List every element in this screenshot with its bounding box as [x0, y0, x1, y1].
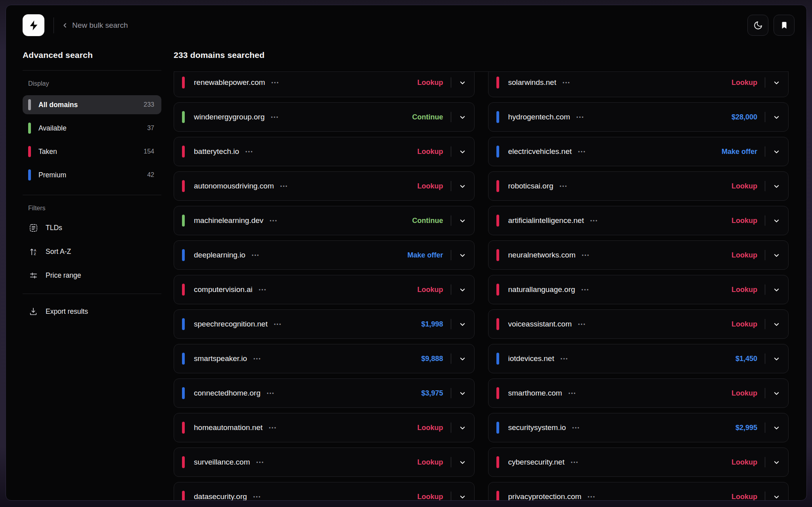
ellipsis-menu-icon[interactable]: ••• — [252, 253, 260, 258]
chevron-down-icon[interactable] — [773, 79, 780, 86]
status-action[interactable]: Lookup — [417, 424, 443, 432]
chevron-down-icon[interactable] — [459, 493, 466, 501]
status-action[interactable]: Continue — [412, 217, 443, 225]
ellipsis-menu-icon[interactable]: ••• — [569, 391, 576, 396]
status-action[interactable]: Lookup — [417, 458, 443, 467]
chevron-down-icon[interactable] — [459, 79, 466, 86]
status-action[interactable]: Lookup — [417, 493, 443, 501]
chevron-down-icon[interactable] — [459, 113, 466, 121]
chevron-down-icon[interactable] — [773, 286, 780, 294]
sidebar-item-premium[interactable]: Premium 42 — [23, 165, 161, 184]
chevron-down-icon[interactable] — [773, 355, 780, 363]
ellipsis-menu-icon[interactable]: ••• — [588, 494, 596, 500]
chevron-down-icon[interactable] — [773, 148, 780, 156]
chevron-down-icon[interactable] — [459, 390, 466, 397]
status-action[interactable]: Lookup — [732, 182, 757, 190]
status-action[interactable]: Lookup — [732, 286, 757, 294]
status-action[interactable]: $2,995 — [735, 424, 757, 432]
sidebar-item-all[interactable]: All domains 233 — [23, 95, 161, 114]
ellipsis-menu-icon[interactable]: ••• — [245, 149, 253, 155]
sidebar-filter-item[interactable]: TLDs — [28, 220, 161, 236]
domain-row[interactable]: smarthome.com ••• Lookup — [488, 378, 789, 408]
status-action[interactable]: $1,998 — [421, 320, 443, 328]
ellipsis-menu-icon[interactable]: ••• — [576, 115, 584, 120]
domain-row[interactable]: autonomousdriving.com ••• Lookup — [174, 171, 475, 201]
results-scroll-area[interactable]: renewablepower.com ••• Lookup windenergy… — [174, 71, 789, 501]
ellipsis-menu-icon[interactable]: ••• — [578, 149, 586, 155]
ellipsis-menu-icon[interactable]: ••• — [572, 425, 580, 431]
chevron-down-icon[interactable] — [773, 321, 780, 328]
ellipsis-menu-icon[interactable]: ••• — [270, 218, 278, 224]
ellipsis-menu-icon[interactable]: ••• — [274, 322, 282, 327]
chevron-down-icon[interactable] — [459, 355, 466, 363]
domain-row[interactable]: machinelearning.dev ••• Continue — [174, 206, 475, 235]
ellipsis-menu-icon[interactable]: ••• — [571, 460, 579, 465]
status-action[interactable]: Continue — [412, 113, 443, 121]
domain-row[interactable]: roboticsai.org ••• Lookup — [488, 171, 789, 201]
status-action[interactable]: $9,888 — [421, 355, 443, 363]
ellipsis-menu-icon[interactable]: ••• — [259, 287, 267, 293]
sidebar-item-available[interactable]: Available 37 — [23, 119, 161, 138]
ellipsis-menu-icon[interactable]: ••• — [560, 184, 568, 189]
domain-row[interactable]: speechrecognition.net ••• $1,998 — [174, 309, 475, 339]
chevron-down-icon[interactable] — [773, 424, 780, 432]
domain-row[interactable]: voiceassistant.com ••• Lookup — [488, 309, 789, 339]
status-action[interactable]: Lookup — [732, 458, 757, 467]
status-action[interactable]: $3,975 — [421, 389, 443, 398]
domain-row[interactable]: renewablepower.com ••• Lookup — [174, 71, 475, 97]
domain-row[interactable]: datasecurity.org ••• Lookup — [174, 482, 475, 501]
export-results-button[interactable]: Export results — [28, 303, 161, 319]
bookmarks-button[interactable] — [774, 15, 795, 36]
domain-row[interactable]: computervision.ai ••• Lookup — [174, 275, 475, 304]
ellipsis-menu-icon[interactable]: ••• — [271, 115, 279, 120]
domain-row[interactable]: artificialintelligence.net ••• Lookup — [488, 206, 789, 235]
status-action[interactable]: $1,450 — [735, 355, 757, 363]
chevron-down-icon[interactable] — [773, 182, 780, 190]
ellipsis-menu-icon[interactable]: ••• — [267, 391, 275, 396]
domain-row[interactable]: hydrogentech.com ••• $28,000 — [488, 102, 789, 132]
sidebar-filter-item[interactable]: AZ Sort A-Z — [28, 244, 161, 259]
status-action[interactable]: Lookup — [732, 79, 757, 87]
sidebar-item-taken[interactable]: Taken 154 — [23, 142, 161, 161]
domain-row[interactable]: smartspeaker.io ••• $9,888 — [174, 344, 475, 373]
ellipsis-menu-icon[interactable]: ••• — [590, 218, 598, 224]
theme-toggle-button[interactable] — [747, 15, 768, 36]
chevron-down-icon[interactable] — [773, 217, 780, 225]
status-action[interactable]: Lookup — [417, 79, 443, 87]
chevron-down-icon[interactable] — [773, 459, 780, 466]
ellipsis-menu-icon[interactable]: ••• — [582, 287, 590, 293]
chevron-down-icon[interactable] — [459, 182, 466, 190]
chevron-down-icon[interactable] — [773, 493, 780, 501]
status-action[interactable]: Lookup — [417, 286, 443, 294]
status-action[interactable]: Lookup — [732, 251, 757, 259]
app-logo[interactable] — [23, 14, 44, 36]
ellipsis-menu-icon[interactable]: ••• — [578, 322, 586, 327]
domain-row[interactable]: homeautomation.net ••• Lookup — [174, 413, 475, 442]
domain-row[interactable]: naturallanguage.org ••• Lookup — [488, 275, 789, 304]
ellipsis-menu-icon[interactable]: ••• — [563, 80, 571, 86]
domain-row[interactable]: privacyprotection.com ••• Lookup — [488, 482, 789, 501]
ellipsis-menu-icon[interactable]: ••• — [582, 253, 590, 258]
domain-row[interactable]: solarwinds.net ••• Lookup — [488, 71, 789, 97]
ellipsis-menu-icon[interactable]: ••• — [253, 356, 261, 362]
ellipsis-menu-icon[interactable]: ••• — [269, 425, 277, 431]
chevron-down-icon[interactable] — [459, 217, 466, 225]
status-action[interactable]: Lookup — [732, 493, 757, 501]
chevron-down-icon[interactable] — [459, 252, 466, 259]
domain-row[interactable]: connectedhome.org ••• $3,975 — [174, 378, 475, 408]
status-action[interactable]: Lookup — [732, 389, 757, 398]
chevron-down-icon[interactable] — [459, 148, 466, 156]
domain-row[interactable]: deeplearning.io ••• Make offer — [174, 240, 475, 270]
chevron-down-icon[interactable] — [773, 113, 780, 121]
chevron-down-icon[interactable] — [773, 390, 780, 397]
domain-row[interactable]: cybersecurity.net ••• Lookup — [488, 447, 789, 477]
ellipsis-menu-icon[interactable]: ••• — [280, 184, 288, 189]
chevron-down-icon[interactable] — [459, 286, 466, 294]
status-action[interactable]: $28,000 — [732, 113, 757, 121]
domain-row[interactable]: surveillance.com ••• Lookup — [174, 447, 475, 477]
status-action[interactable]: Lookup — [417, 182, 443, 190]
domain-row[interactable]: batterytech.io ••• Lookup — [174, 137, 475, 166]
chevron-down-icon[interactable] — [459, 424, 466, 432]
status-action[interactable]: Make offer — [407, 251, 443, 259]
status-action[interactable]: Lookup — [732, 217, 757, 225]
